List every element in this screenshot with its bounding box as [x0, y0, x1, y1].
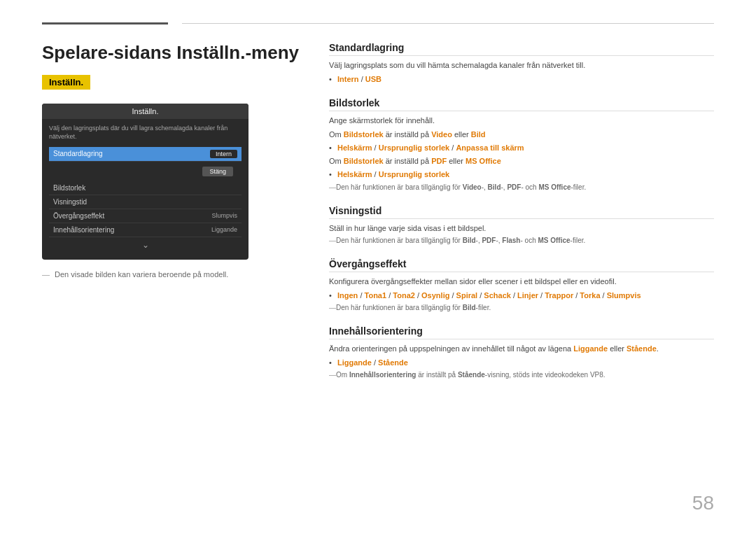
- link-stående: Stående: [626, 344, 657, 353]
- menu-value: Slumpvis: [211, 212, 237, 219]
- menu-item-visningstid[interactable]: Visningstid: [49, 195, 241, 209]
- section-text-standardlagring: Välj lagringsplats som du vill hämta sch…: [329, 59, 714, 71]
- note-overgangsseffekt: Den här funktionen är bara tillgänglig f…: [329, 303, 714, 313]
- link-bildstorlek-2: Bildstorlek: [344, 157, 384, 165]
- note-innehallsorientering: Om Innehållsorientering är inställt på S…: [329, 370, 714, 380]
- section-standardlagring: Standardlagring Välj lagringsplats som d…: [329, 42, 714, 85]
- link-tona1: Tona1: [365, 291, 387, 300]
- page-container: Spelare-sidans Inställn.-meny Inställn. …: [0, 0, 756, 534]
- section-text-bildstorlek-1: Ange skärmstorlek för innehåll.: [329, 115, 714, 127]
- link-ursprunglig: Ursprunglig storlek: [379, 143, 449, 152]
- top-line-light: [182, 23, 714, 24]
- note-bold-flash: Flash: [502, 237, 520, 244]
- note-bold-pdf: PDF: [507, 183, 521, 191]
- note-visningstid: Den här funktionen är bara tillgänglig f…: [329, 236, 714, 246]
- link-anpassa: Anpassa till skärm: [456, 143, 524, 152]
- note-dash: —: [42, 270, 50, 279]
- bullet-overgangsseffekt: Ingen / Tona1 / Tona2 / Osynlig / Spiral…: [329, 290, 714, 302]
- screen-body: Välj den lagringsplats där du vill lagra…: [42, 119, 248, 259]
- menu-label: Standardlagring: [53, 150, 103, 157]
- menu-label: Innehållsorientering: [53, 226, 114, 234]
- link-osynlig: Osynlig: [421, 291, 449, 300]
- note-bold-stående: Stående: [458, 371, 485, 379]
- link-liggande: Liggande: [573, 344, 608, 353]
- page-number: 58: [692, 492, 714, 514]
- section-text-bildstorlek-3: Om Bildstorlek är inställd på PDF eller …: [329, 155, 714, 167]
- link-linjer: Linjer: [517, 291, 538, 300]
- link-stående-2: Stående: [378, 358, 408, 367]
- link-bildstorlek: Bildstorlek: [344, 130, 384, 139]
- section-visningstid: Visningstid Ställ in hur länge varje sid…: [329, 205, 714, 246]
- link-tona2: Tona2: [393, 291, 415, 300]
- menu-value: Liggande: [211, 226, 237, 233]
- section-text-visningstid: Ställ in hur länge varje sida visas i et…: [329, 223, 714, 234]
- menu-label: Övergångseffekt: [53, 212, 104, 220]
- section-overgangsseffekt: Övergångseffekt Konfigurera övergångseff…: [329, 258, 714, 313]
- link-bild: Bild: [471, 130, 486, 139]
- note-content: Den visade bilden kan variera beroende p…: [55, 270, 228, 279]
- menu-item-bildstorlek[interactable]: Bildstorlek: [49, 181, 241, 195]
- top-decoration: [42, 22, 714, 24]
- link-video: Video: [431, 130, 452, 139]
- link-schack: Schack: [484, 291, 511, 300]
- bullet-intern-usb: Intern / USB: [329, 73, 714, 85]
- menu-value: Intern: [210, 150, 237, 158]
- link-helskarm: Helskärm: [337, 143, 372, 152]
- section-title-innehallsorientering: Innehållsorientering: [329, 325, 714, 339]
- screen-subtitle: Välj den lagringsplats där du vill lagra…: [49, 125, 241, 141]
- link-msoffice: MS Office: [465, 157, 501, 165]
- screen-header: Inställn.: [42, 104, 248, 119]
- note-bold-msoffice-v: MS Office: [538, 237, 570, 244]
- badge-installn: Inställn.: [42, 75, 90, 90]
- screen-simulation: Inställn. Välj den lagringsplats där du …: [42, 104, 248, 259]
- menu-label: Visningstid: [53, 198, 87, 206]
- bullet-bildstorlek-video: Helskärm / Ursprunglig storlek / Anpassa…: [329, 142, 714, 154]
- bullet-innehallsorientering: Liggande / Stående: [329, 357, 714, 369]
- note-bold-pdf-v: PDF: [482, 237, 496, 244]
- top-line-dark: [42, 22, 168, 24]
- link-pdf: PDF: [431, 157, 447, 165]
- section-text-bildstorlek-2: Om Bildstorlek är inställd på Video elle…: [329, 129, 714, 141]
- menu-item-standardlagring[interactable]: Standardlagring Intern: [49, 147, 241, 162]
- note-bold-bild-v: Bild: [463, 237, 476, 244]
- bullet-bildstorlek-pdf: Helskärm / Ursprunglig storlek: [329, 169, 714, 181]
- section-title-bildstorlek: Bildstorlek: [329, 97, 714, 111]
- menu-item-innehallsorientering[interactable]: Innehållsorientering Liggande: [49, 223, 241, 237]
- section-text-overgangsseffekt: Konfigurera övergångseffekter mellan sid…: [329, 276, 714, 288]
- link-usb: USB: [365, 75, 382, 83]
- chevron-down: ⌄: [49, 237, 241, 254]
- section-title-standardlagring: Standardlagring: [329, 42, 714, 56]
- section-bildstorlek: Bildstorlek Ange skärmstorlek för innehå…: [329, 97, 714, 192]
- link-intern: Intern: [337, 75, 359, 83]
- note-bold-video: Video: [463, 183, 482, 191]
- note-bold-bild-o: Bild: [463, 304, 476, 311]
- note-bold-msoffice: MS Office: [538, 183, 570, 191]
- menu-item-overgangsseffekt[interactable]: Övergångseffekt Slumpvis: [49, 209, 241, 223]
- section-title-visningstid: Visningstid: [329, 205, 714, 219]
- note-bold-bild: Bild: [488, 183, 501, 191]
- link-liggande-2: Liggande: [337, 358, 372, 367]
- model-note: — Den visade bilden kan variera beroende…: [42, 269, 301, 280]
- section-text-innehallsorientering: Ändra orienteringen på uppspelningen av …: [329, 343, 714, 355]
- section-title-overgangsseffekt: Övergångseffekt: [329, 258, 714, 272]
- link-spiral: Spiral: [456, 291, 478, 300]
- note-bildstorlek: Den här funktionen är bara tillgänglig f…: [329, 183, 714, 192]
- link-ursprunglig-2: Ursprunglig storlek: [379, 170, 449, 178]
- page-title: Spelare-sidans Inställn.-meny: [42, 42, 301, 64]
- link-ingen: Ingen: [337, 291, 358, 300]
- section-innehallsorientering: Innehållsorientering Ändra orienteringen…: [329, 325, 714, 380]
- right-column: Standardlagring Välj lagringsplats som d…: [329, 42, 714, 393]
- close-button[interactable]: Stäng: [202, 167, 233, 176]
- link-helskarm-2: Helskärm: [337, 170, 372, 178]
- note-bold-innehall: Innehållsorientering: [349, 371, 416, 379]
- link-torka: Torka: [580, 291, 600, 300]
- link-slumpvis: Slumpvis: [607, 291, 641, 300]
- link-trappor: Trappor: [545, 291, 573, 300]
- left-column: Spelare-sidans Inställn.-meny Inställn. …: [42, 42, 301, 280]
- menu-label: Bildstorlek: [53, 184, 85, 192]
